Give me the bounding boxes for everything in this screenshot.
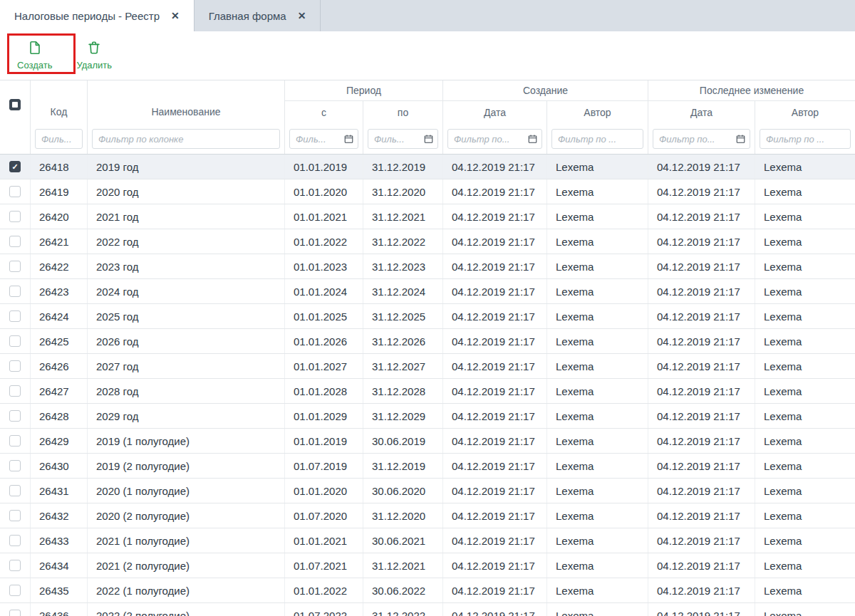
column-header-created-author[interactable]: Автор <box>547 101 648 124</box>
column-header-period-from[interactable]: с <box>285 101 363 124</box>
row-checkbox[interactable] <box>9 435 21 447</box>
row-checkbox[interactable] <box>9 360 21 372</box>
row-created-date-cell: 04.12.2019 21:17 <box>443 179 547 204</box>
row-period-to-cell: 31.12.2019 <box>363 454 443 478</box>
row-period-from-cell: 01.01.2025 <box>285 304 363 328</box>
column-header-code[interactable]: Код <box>31 80 88 124</box>
table-row[interactable]: 264302019 (2 полугодие)01.07.201931.12.2… <box>0 454 855 479</box>
table-row[interactable]: 264352022 (1 полугодие)01.01.202230.06.2… <box>0 578 855 603</box>
row-checkbox[interactable] <box>9 310 21 322</box>
row-checkbox[interactable] <box>9 161 21 172</box>
group-header-creation: Создание <box>443 80 648 101</box>
table-row[interactable]: 264292019 (1 полугодие)01.01.201930.06.2… <box>0 429 855 454</box>
table-row[interactable]: 264362022 (2 полугодие)01.07.202231.12.2… <box>0 603 855 616</box>
row-period-from-cell: 01.01.2021 <box>285 204 363 229</box>
calendar-icon[interactable] <box>528 135 537 144</box>
row-checkbox[interactable] <box>9 186 21 197</box>
tab-close-icon[interactable]: ✕ <box>171 10 180 21</box>
row-checkbox[interactable] <box>9 410 21 422</box>
row-checkbox-cell <box>0 503 31 528</box>
row-checkbox-cell <box>0 279 31 303</box>
row-checkbox-cell <box>0 304 31 328</box>
column-header-period-to[interactable]: по <box>363 101 443 124</box>
row-checkbox[interactable] <box>9 286 21 297</box>
row-checkbox[interactable] <box>9 560 21 571</box>
row-checkbox[interactable] <box>9 261 21 272</box>
row-name-cell: 2019 год <box>88 155 285 179</box>
table-row[interactable]: 264272028 год01.01.202831.12.202804.12.2… <box>0 379 855 404</box>
table-row[interactable]: 264252026 год01.01.202631.12.202604.12.2… <box>0 329 855 354</box>
column-header-label: Автор <box>584 107 611 118</box>
table-row[interactable]: 264262027 год01.01.202731.12.202704.12.2… <box>0 354 855 379</box>
row-modified-date-cell: 04.12.2019 21:17 <box>648 354 755 378</box>
row-period-to-cell: 31.12.2025 <box>363 304 443 328</box>
table-row[interactable]: 264282029 год01.01.202931.12.202904.12.2… <box>0 404 855 429</box>
row-checkbox[interactable] <box>9 236 21 247</box>
row-period-from-cell: 01.01.2026 <box>285 329 363 353</box>
row-checkbox[interactable] <box>9 485 21 496</box>
table-row[interactable]: 264182019 год01.01.201931.12.201904.12.2… <box>0 155 855 179</box>
table-row[interactable]: 264332021 (1 полугодие)01.01.202130.06.2… <box>0 528 855 553</box>
table-row[interactable]: 264342021 (2 полугодие)01.07.202131.12.2… <box>0 553 855 578</box>
tab-close-icon[interactable]: ✕ <box>298 10 306 21</box>
row-period-from-cell: 01.07.2019 <box>285 454 363 478</box>
row-created-author-cell: Lexema <box>547 254 648 278</box>
row-modified-date-cell: 04.12.2019 21:17 <box>648 404 755 428</box>
row-created-author-cell: Lexema <box>547 429 648 453</box>
row-created-author-cell: Lexema <box>547 454 648 478</box>
table-row[interactable]: 264212022 год01.01.202231.12.202204.12.2… <box>0 229 855 254</box>
table-row[interactable]: 264202021 год01.01.202131.12.202104.12.2… <box>0 204 855 229</box>
row-created-author-cell: Lexema <box>547 528 648 553</box>
row-checkbox[interactable] <box>9 585 21 596</box>
row-period-to-cell: 31.12.2019 <box>363 155 443 179</box>
table-row[interactable]: 264242025 год01.01.202531.12.202504.12.2… <box>0 304 855 329</box>
row-checkbox[interactable] <box>9 510 21 521</box>
row-period-to-cell: 31.12.2022 <box>363 229 443 254</box>
column-header-label: Автор <box>792 107 819 118</box>
tab-tax-periods-registry[interactable]: Налоговые периоды - Реестр ✕ <box>0 0 194 31</box>
filter-input-name[interactable] <box>92 129 280 149</box>
row-checkbox[interactable] <box>9 335 21 347</box>
row-checkbox-cell <box>0 204 31 229</box>
row-modified-date-cell: 04.12.2019 21:17 <box>648 155 755 179</box>
column-header-name[interactable]: Наименование <box>88 80 285 124</box>
row-modified-author-cell: Lexema <box>755 528 855 553</box>
row-checkbox[interactable] <box>9 460 21 471</box>
row-checkbox[interactable] <box>9 211 21 222</box>
table-row[interactable]: 264232024 год01.01.202431.12.202404.12.2… <box>0 279 855 304</box>
calendar-icon[interactable] <box>344 135 353 144</box>
row-modified-author-cell: Lexema <box>755 404 855 428</box>
row-checkbox[interactable] <box>9 385 21 397</box>
filter-input-modified-author[interactable] <box>760 129 851 149</box>
row-modified-author-cell: Lexema <box>755 379 855 403</box>
row-created-date-cell: 04.12.2019 21:17 <box>443 279 547 303</box>
row-created-author-cell: Lexema <box>547 404 648 428</box>
row-period-from-cell: 01.07.2022 <box>285 603 363 616</box>
calendar-icon[interactable] <box>736 135 745 144</box>
calendar-icon[interactable] <box>424 135 433 144</box>
row-modified-date-cell: 04.12.2019 21:17 <box>648 479 755 503</box>
delete-button[interactable]: Удалить <box>69 37 119 73</box>
row-checkbox[interactable] <box>9 535 21 546</box>
row-name-cell: 2020 (2 полугодие) <box>88 503 285 528</box>
filter-input-code[interactable] <box>35 129 83 149</box>
row-code-cell: 26428 <box>31 404 88 428</box>
select-all-checkbox[interactable] <box>9 99 21 110</box>
filter-input-created-author[interactable] <box>551 129 643 149</box>
table-row[interactable]: 264312020 (1 полугодие)01.01.202030.06.2… <box>0 479 855 503</box>
tab-main-form[interactable]: Главная форма ✕ <box>194 0 321 31</box>
row-name-cell: 2025 год <box>88 304 285 328</box>
column-header-created-date[interactable]: Дата <box>443 101 547 124</box>
row-checkbox[interactable] <box>9 610 21 616</box>
table-row[interactable]: 264192020 год01.01.202031.12.202004.12.2… <box>0 179 855 204</box>
filter-cell-created-author <box>547 124 648 154</box>
row-code-cell: 26433 <box>31 528 88 553</box>
row-modified-date-cell: 04.12.2019 21:17 <box>648 329 755 353</box>
table-row[interactable]: 264222023 год01.01.202331.12.202304.12.2… <box>0 254 855 279</box>
table-row[interactable]: 264322020 (2 полугодие)01.07.202031.12.2… <box>0 503 855 528</box>
row-created-date-cell: 04.12.2019 21:17 <box>443 429 547 453</box>
column-header-modified-author[interactable]: Автор <box>755 101 855 124</box>
row-modified-date-cell: 04.12.2019 21:17 <box>648 603 755 616</box>
create-button[interactable]: Создать <box>10 37 59 73</box>
column-header-modified-date[interactable]: Дата <box>648 101 755 124</box>
